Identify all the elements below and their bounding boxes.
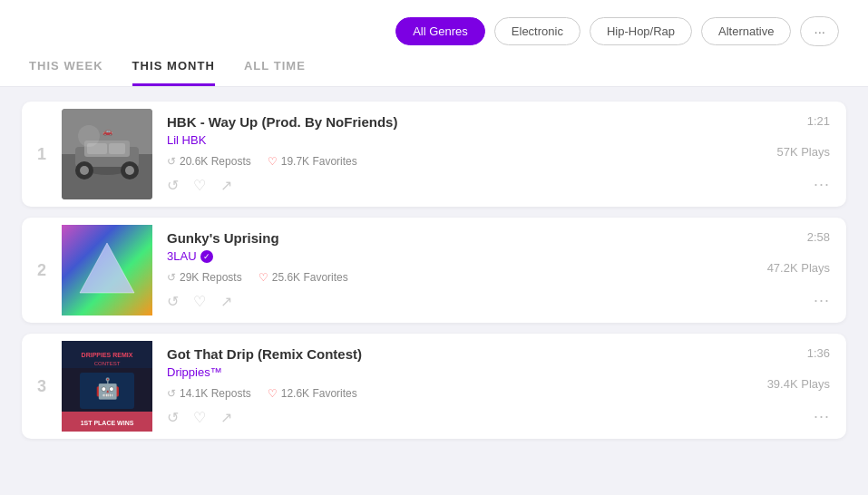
repost-icon: ↺ — [167, 387, 176, 400]
tabs: THIS WEEKTHIS MONTHALL TIME — [29, 59, 839, 86]
heart-icon: ♡ — [258, 271, 268, 284]
track-card-2: 2 Gunky's Uprising3LAU✓↺ 29K Reposts♡ 25… — [22, 218, 846, 323]
svg-text:CONTEST: CONTEST — [94, 361, 121, 366]
track-plays: 39.4K Plays — [767, 377, 830, 391]
repost-button[interactable]: ↺ — [167, 409, 179, 426]
track-stats: ↺ 14.1K Reposts♡ 12.6K Favorites — [167, 387, 732, 400]
track-actions: ↺♡↗ — [167, 409, 732, 426]
track-artist[interactable]: Drippies™ — [167, 365, 732, 379]
track-artist[interactable]: 3LAU✓ — [167, 249, 732, 263]
genre-filter-all[interactable]: All Genres — [395, 17, 485, 45]
tab-this-month[interactable]: THIS MONTH — [132, 59, 215, 86]
header-top: All GenresElectronicHip-Hop/RapAlternati… — [29, 16, 839, 46]
track-duration: 1:21 — [807, 114, 830, 128]
track-title: HBK - Way Up (Prod. By NoFriends) — [167, 114, 732, 130]
svg-text:DRIPPIES REMIX: DRIPPIES REMIX — [82, 352, 133, 358]
track-duration: 1:36 — [807, 346, 830, 360]
genre-more-button[interactable]: ··· — [800, 16, 839, 46]
track-title: Gunky's Uprising — [167, 230, 732, 246]
track-info: Gunky's Uprising3LAU✓↺ 29K Reposts♡ 25.6… — [152, 218, 746, 323]
favorite-button[interactable]: ♡ — [193, 293, 206, 310]
share-button[interactable]: ↗ — [220, 409, 232, 426]
track-duration: 2:58 — [807, 230, 830, 244]
track-stats: ↺ 29K Reposts♡ 25.6K Favorites — [167, 271, 732, 284]
track-plays: 57K Plays — [776, 145, 830, 159]
track-more-button[interactable]: ··· — [814, 291, 830, 310]
track-artist[interactable]: Lil HBK — [167, 133, 732, 147]
heart-icon: ♡ — [268, 387, 278, 400]
repost-button[interactable]: ↺ — [167, 293, 179, 310]
track-meta: 2:5847.2K Plays··· — [746, 218, 846, 323]
svg-text:🚗: 🚗 — [102, 126, 113, 137]
genre-filter-electronic[interactable]: Electronic — [494, 17, 580, 45]
svg-text:🤖: 🤖 — [95, 376, 121, 401]
track-meta: 1:3639.4K Plays··· — [746, 334, 846, 439]
track-card-1: 1 🚗 HBK - Way Up (Prod. By NoFriends)Lil… — [22, 102, 846, 207]
svg-point-8 — [125, 166, 134, 175]
track-art: 🚗 — [62, 109, 152, 199]
genre-filter-alternative[interactable]: Alternative — [701, 17, 791, 45]
track-title: Got That Drip (Remix Contest) — [167, 346, 732, 362]
repost-button[interactable]: ↺ — [167, 177, 179, 194]
track-actions: ↺♡↗ — [167, 177, 732, 194]
repost-stat: ↺ 14.1K Reposts — [167, 387, 251, 400]
svg-point-11 — [78, 125, 100, 147]
track-rank: 2 — [22, 218, 62, 323]
track-art — [62, 225, 152, 315]
track-rank: 3 — [22, 334, 62, 439]
track-more-button[interactable]: ··· — [814, 175, 830, 194]
share-button[interactable]: ↗ — [220, 293, 232, 310]
track-info: HBK - Way Up (Prod. By NoFriends)Lil HBK… — [152, 102, 746, 207]
track-more-button[interactable]: ··· — [814, 407, 830, 426]
repost-stat: ↺ 20.6K Reposts — [167, 155, 251, 168]
svg-text:1ST PLACE WINS: 1ST PLACE WINS — [81, 420, 134, 426]
page-container: All GenresElectronicHip-Hop/RapAlternati… — [0, 0, 868, 453]
repost-icon: ↺ — [167, 155, 176, 168]
track-info: Got That Drip (Remix Contest)Drippies™↺ … — [152, 334, 746, 439]
track-rank: 1 — [22, 102, 62, 207]
track-art: DRIPPIES REMIX CONTEST 🤖 1ST PLACE WINS — [62, 341, 152, 432]
track-stats: ↺ 20.6K Reposts♡ 19.7K Favorites — [167, 155, 732, 168]
verified-badge: ✓ — [200, 250, 213, 263]
favorite-button[interactable]: ♡ — [193, 177, 206, 194]
favorite-stat: ♡ 19.7K Favorites — [268, 155, 357, 168]
track-list: 1 🚗 HBK - Way Up (Prod. By NoFriends)Lil… — [0, 87, 868, 453]
share-button[interactable]: ↗ — [220, 177, 232, 194]
track-card-3: 3 DRIPPIES REMIX CONTEST 🤖 1ST PLACE WIN… — [22, 334, 846, 439]
header: All GenresElectronicHip-Hop/RapAlternati… — [0, 0, 868, 87]
track-actions: ↺♡↗ — [167, 293, 732, 310]
track-plays: 47.2K Plays — [767, 261, 830, 275]
svg-rect-10 — [109, 143, 125, 154]
track-meta: 1:2157K Plays··· — [746, 102, 846, 207]
repost-icon: ↺ — [167, 271, 176, 284]
svg-point-7 — [80, 166, 89, 175]
heart-icon: ♡ — [268, 155, 278, 168]
favorite-stat: ♡ 25.6K Favorites — [258, 271, 348, 284]
favorite-button[interactable]: ♡ — [193, 409, 206, 426]
genre-filters: All GenresElectronicHip-Hop/RapAlternati… — [395, 16, 839, 46]
tab-all-time[interactable]: ALL TIME — [244, 59, 306, 86]
repost-stat: ↺ 29K Reposts — [167, 271, 242, 284]
tab-this-week[interactable]: THIS WEEK — [29, 59, 103, 86]
genre-filter-hiphop[interactable]: Hip-Hop/Rap — [590, 17, 692, 45]
favorite-stat: ♡ 12.6K Favorites — [268, 387, 357, 400]
